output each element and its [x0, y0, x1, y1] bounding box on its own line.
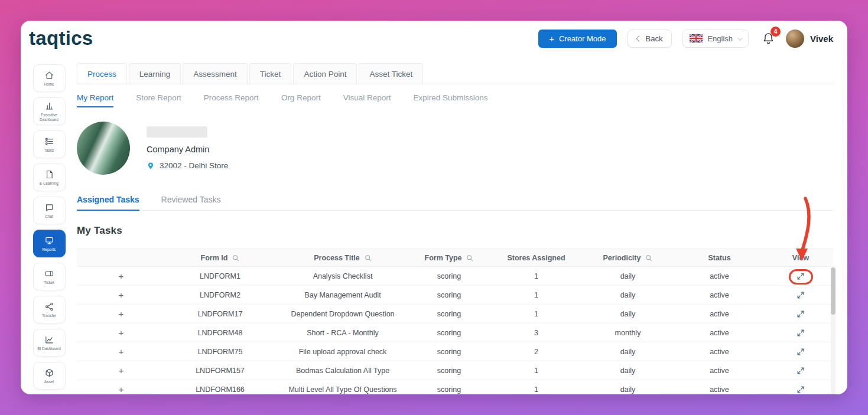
- user-menu[interactable]: Vivek: [786, 30, 833, 48]
- sidebar-item-ticket[interactable]: Ticket: [33, 263, 66, 290]
- col-view: View: [768, 254, 833, 262]
- expand-row-icon[interactable]: +: [77, 328, 165, 338]
- cell-periodicity: daily: [585, 310, 671, 318]
- creator-mode-button[interactable]: + Creator Mode: [538, 30, 616, 48]
- table-row[interactable]: + LNDFORM75 File upload approval check s…: [77, 342, 833, 361]
- notification-bell[interactable]: 4: [762, 31, 775, 45]
- tab-ticket[interactable]: Ticket: [249, 63, 292, 84]
- sidebar-item-tasks[interactable]: Tasks: [33, 130, 66, 158]
- sidebar-item-chat[interactable]: Chat: [33, 197, 66, 224]
- task-tabs: Assigned Tasks Reviewed Tasks: [77, 195, 833, 211]
- cell-periodicity: daily: [585, 385, 671, 394]
- cell-form-id: LNDFORM166: [165, 385, 275, 394]
- cell-form-type: scoring: [411, 329, 487, 337]
- cell-form-id: LNDFORM2: [165, 291, 275, 299]
- view-button[interactable]: [768, 310, 833, 318]
- expand-row-icon[interactable]: +: [77, 347, 165, 357]
- cell-status: active: [671, 272, 768, 280]
- sidebar-item-e-learning[interactable]: E-Learning: [33, 164, 66, 191]
- view-button[interactable]: [768, 367, 833, 375]
- sidebar-item-executive-dashboard[interactable]: Executive Dashboard: [33, 97, 66, 125]
- expand-row-icon[interactable]: +: [77, 309, 165, 319]
- search-icon[interactable]: [466, 254, 473, 262]
- profile-photo: [77, 122, 130, 175]
- sidebar-item-transfer[interactable]: Transfer: [33, 296, 66, 323]
- language-selector[interactable]: English: [682, 30, 749, 48]
- col-status: Status: [671, 254, 768, 262]
- cell-form-type: scoring: [411, 310, 487, 318]
- sidebar-label: Asset: [44, 380, 54, 384]
- cell-process-title: Analysis Checklist: [275, 272, 411, 280]
- sidebar-label: Executive Dashboard: [34, 113, 64, 122]
- cell-periodicity: daily: [585, 291, 671, 299]
- chevron-down-icon: [737, 35, 743, 41]
- scrollbar-thumb[interactable]: [831, 267, 836, 315]
- sidebar-label: Chat: [45, 214, 53, 219]
- table-scrollbar[interactable]: [831, 267, 836, 394]
- profile-location: 32002 - Delhi Store: [147, 161, 228, 171]
- tab-assigned-tasks[interactable]: Assigned Tasks: [77, 195, 139, 210]
- sidebar-item-reports[interactable]: Reports: [33, 230, 66, 257]
- tab-expired-submissions[interactable]: Expired Submissions: [413, 93, 487, 107]
- taqtics-logo[interactable]: taqtics: [29, 27, 93, 50]
- search-icon[interactable]: [365, 254, 372, 262]
- expand-row-icon[interactable]: +: [77, 271, 165, 281]
- table-row[interactable]: + LNDFORM157 Bodmas Calculation All Type…: [77, 361, 833, 380]
- view-button[interactable]: [768, 272, 833, 280]
- cell-status: active: [671, 385, 768, 394]
- app-window: taqtics + Creator Mode Back: [21, 21, 847, 394]
- tasks-table: Form Id Process Title Form Type Stores A…: [77, 249, 833, 394]
- table-row[interactable]: + LNDFORM48 Short - RCA - Monthly scorin…: [77, 323, 833, 342]
- table-row[interactable]: + LNDFORM2 Bay Management Audit scoring …: [77, 286, 833, 305]
- sidebar-item-asset[interactable]: Asset: [33, 362, 66, 390]
- header-actions: + Creator Mode Back English: [538, 30, 833, 48]
- store-label: 32002 - Delhi Store: [160, 161, 228, 170]
- tab-process[interactable]: Process: [77, 63, 127, 84]
- module-tabs: Process Learning Assessment Ticket Actio…: [77, 63, 833, 84]
- cell-process-title: Bodmas Calculation All Type: [275, 367, 411, 375]
- expand-row-icon[interactable]: +: [77, 290, 165, 300]
- executive-dashboard-icon: [44, 101, 54, 111]
- tab-assessment[interactable]: Assessment: [183, 63, 248, 84]
- tab-asset-ticket[interactable]: Asset Ticket: [359, 63, 423, 84]
- col-label: Periodicity: [603, 254, 641, 262]
- col-label: Process Title: [314, 254, 360, 262]
- sidebar-label: Home: [44, 82, 54, 87]
- view-button[interactable]: [768, 348, 833, 356]
- tab-action-point[interactable]: Action Point: [293, 63, 357, 84]
- col-label: Form Id: [201, 254, 228, 262]
- sidebar: Home Executive Dashboard Tasks E-Learnin…: [31, 64, 67, 390]
- tab-reviewed-tasks[interactable]: Reviewed Tasks: [161, 195, 221, 210]
- sidebar-item-bi-dashboard[interactable]: BI Dashboard: [33, 329, 66, 357]
- expand-row-icon[interactable]: +: [77, 365, 165, 375]
- tab-visual-report[interactable]: Visual Report: [343, 93, 391, 107]
- table-row[interactable]: + LNDFORM1 Analysis Checklist scoring 1 …: [77, 267, 833, 286]
- view-button[interactable]: [768, 291, 833, 299]
- table-body: + LNDFORM1 Analysis Checklist scoring 1 …: [77, 267, 833, 394]
- cell-process-title: Dependent Dropdown Question: [275, 310, 411, 318]
- cell-status: active: [671, 291, 768, 299]
- my-tasks-heading: My Tasks: [77, 225, 833, 237]
- back-button[interactable]: Back: [628, 30, 672, 48]
- notification-count-badge: 4: [771, 27, 781, 37]
- view-button[interactable]: [768, 385, 833, 394]
- tab-learning[interactable]: Learning: [129, 63, 181, 84]
- search-icon[interactable]: [645, 254, 652, 262]
- sidebar-item-home[interactable]: Home: [33, 64, 66, 92]
- sidebar-label: BI Dashboard: [37, 347, 61, 351]
- cell-form-type: scoring: [411, 272, 487, 280]
- creator-mode-label: Creator Mode: [559, 34, 606, 43]
- cell-form-type: scoring: [411, 367, 487, 375]
- tab-org-report[interactable]: Org Report: [281, 93, 321, 107]
- ticket-icon: [44, 269, 54, 279]
- search-icon[interactable]: [232, 254, 239, 262]
- tab-process-report[interactable]: Process Report: [204, 93, 259, 107]
- tab-store-report[interactable]: Store Report: [136, 93, 181, 107]
- cell-status: active: [671, 367, 768, 375]
- expand-row-icon[interactable]: +: [77, 384, 165, 394]
- view-button[interactable]: [768, 329, 833, 337]
- table-row[interactable]: + LNDFORM17 Dependent Dropdown Question …: [77, 305, 833, 323]
- table-row[interactable]: + LNDFORM166 Multi Level All Type Of Que…: [77, 380, 833, 394]
- col-periodicity: Periodicity: [585, 254, 671, 262]
- tab-my-report[interactable]: My Report: [77, 93, 113, 107]
